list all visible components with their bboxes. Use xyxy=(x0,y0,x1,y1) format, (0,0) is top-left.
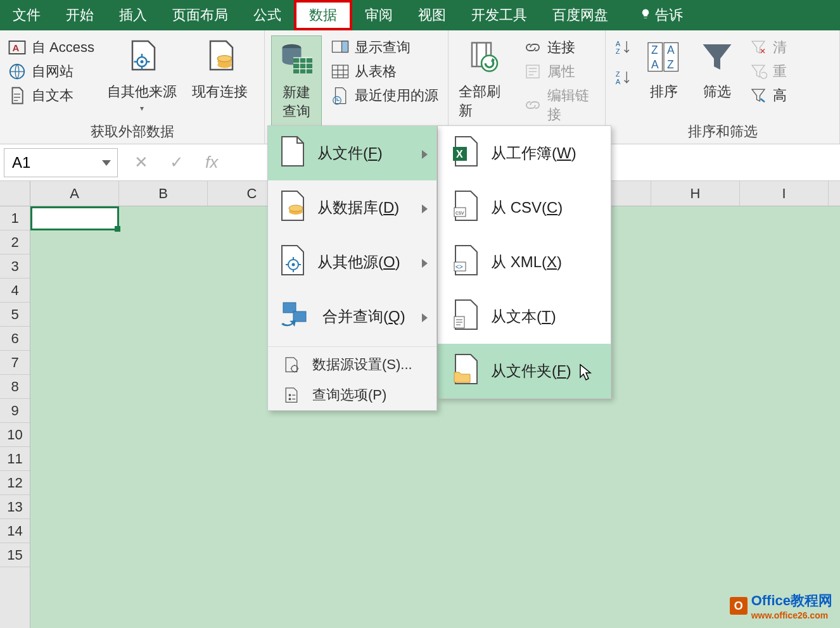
from-file-submenu: X 从工作簿(W) csv 从 CSV(C) <> 从 XML(X) 从文本(T… xyxy=(437,125,611,399)
svg-text:A: A xyxy=(13,42,20,53)
row-header[interactable]: 10 xyxy=(0,423,30,447)
row-header[interactable]: 9 xyxy=(0,399,30,423)
submenu-from-folder-label: 从文件夹(F) xyxy=(491,361,571,381)
tab-baidu[interactable]: 百度网盘 xyxy=(540,0,621,30)
from-text-button[interactable]: 自文本 xyxy=(6,84,96,108)
advanced-filter-button[interactable]: 高 xyxy=(748,84,788,108)
combine-icon xyxy=(279,299,311,334)
refresh-all-label: 全部刷新 xyxy=(459,82,511,120)
from-web-button[interactable]: 自网站 xyxy=(6,60,96,84)
tab-view[interactable]: 视图 xyxy=(405,0,459,30)
row-header[interactable]: 3 xyxy=(0,254,30,279)
tab-developer[interactable]: 开发工具 xyxy=(459,0,540,30)
web-icon xyxy=(8,62,27,81)
col-header[interactable]: B xyxy=(119,181,208,206)
group-external-data-label: 获取外部数据 xyxy=(6,120,258,141)
sort-asc-button[interactable]: AZ xyxy=(612,35,633,60)
row-header[interactable]: 12 xyxy=(0,471,30,495)
row-header[interactable]: 7 xyxy=(0,351,30,375)
other-icon xyxy=(279,244,306,280)
submenu-from-xml[interactable]: <> 从 XML(X) xyxy=(438,235,611,289)
insert-function-button[interactable]: fx xyxy=(205,153,218,172)
tab-home[interactable]: 开始 xyxy=(53,0,106,30)
menu-from-database-label: 从数据库(D) xyxy=(317,198,399,218)
selected-cell-A1[interactable] xyxy=(30,206,119,230)
tab-file[interactable]: 文件 xyxy=(0,0,53,30)
existing-conn-icon xyxy=(201,38,239,80)
menu-from-database[interactable]: 从数据库(D) xyxy=(268,180,436,235)
recent-sources-label: 最近使用的源 xyxy=(355,86,438,105)
connections-label: 连接 xyxy=(547,38,575,57)
menu-query-options[interactable]: 查询选项(P) xyxy=(268,380,436,410)
existing-conn-label: 现有连接 xyxy=(192,82,248,101)
col-header[interactable]: A xyxy=(30,181,119,206)
row-header[interactable]: 8 xyxy=(0,375,30,399)
from-web-label: 自网站 xyxy=(32,62,73,81)
row-header[interactable]: 14 xyxy=(0,519,30,543)
submenu-from-xml-label: 从 XML(X) xyxy=(491,252,562,272)
refresh-icon xyxy=(466,38,504,80)
recent-icon xyxy=(331,86,350,105)
menu-from-other-sources[interactable]: 从其他源(O) xyxy=(268,235,436,289)
from-table-button[interactable]: 从表格 xyxy=(329,60,440,84)
row-header[interactable]: 13 xyxy=(0,495,30,519)
menu-from-file[interactable]: 从文件(F) xyxy=(268,126,436,180)
row-header[interactable]: 5 xyxy=(0,303,30,327)
existing-connections-button[interactable]: 现有连接 xyxy=(188,35,251,120)
dropdown-icon: ▾ xyxy=(140,104,144,113)
database-icon xyxy=(279,190,306,225)
tab-review[interactable]: 审阅 xyxy=(352,0,405,30)
enter-formula-button[interactable]: ✓ xyxy=(170,153,184,172)
sort-label: 排序 xyxy=(650,82,678,101)
sort-desc-button[interactable]: ZA xyxy=(612,66,633,90)
cancel-formula-button[interactable]: ✕ xyxy=(134,153,148,172)
options-icon xyxy=(282,386,301,405)
col-header[interactable]: H xyxy=(651,181,740,206)
tab-insert[interactable]: 插入 xyxy=(106,0,160,30)
row-header[interactable]: 4 xyxy=(0,279,30,303)
show-queries-label: 显示查询 xyxy=(355,38,410,57)
submenu-from-workbook[interactable]: X 从工作簿(W) xyxy=(438,126,611,180)
tab-data[interactable]: 数据 xyxy=(294,0,352,30)
from-access-button[interactable]: A 自 Access xyxy=(6,35,96,60)
new-query-menu: 从文件(F) 从数据库(D) 从其他源(O) 合并查询(Q) 数据源设置(S).… xyxy=(267,125,437,411)
sort-button[interactable]: ZAAZ 排序 xyxy=(641,35,687,120)
row-header[interactable]: 1 xyxy=(0,206,30,230)
new-query-label: 新建 查询 xyxy=(283,83,310,121)
show-queries-button[interactable]: 显示查询 xyxy=(329,35,440,60)
properties-icon xyxy=(523,62,542,81)
filter-button[interactable]: 筛选 xyxy=(694,35,740,120)
submenu-arrow-icon xyxy=(422,313,428,322)
other-sources-label: 自其他来源 xyxy=(107,82,177,101)
ribbon-tabs: 文件 开始 插入 页面布局 公式 数据 审阅 视图 开发工具 百度网盘 告诉 xyxy=(0,0,840,30)
row-header[interactable]: 15 xyxy=(0,543,30,567)
connections-button[interactable]: 连接 xyxy=(522,35,599,60)
tab-pagelayout[interactable]: 页面布局 xyxy=(160,0,241,30)
recent-sources-button[interactable]: 最近使用的源 xyxy=(329,84,440,108)
submenu-from-folder[interactable]: 从文件夹(F) xyxy=(438,344,611,398)
submenu-from-text[interactable]: 从文本(T) xyxy=(438,289,611,344)
row-header[interactable]: 6 xyxy=(0,327,30,351)
name-box[interactable]: A1 xyxy=(4,148,118,177)
from-other-sources-button[interactable]: 自其他来源 ▾ xyxy=(103,35,181,120)
svg-point-29 xyxy=(292,263,295,267)
sort-desc-icon: ZA xyxy=(613,68,632,87)
col-header[interactable]: I xyxy=(740,181,829,206)
tell-me[interactable]: 告诉 xyxy=(627,0,696,30)
filter-label: 筛选 xyxy=(703,82,731,101)
menu-combine-queries[interactable]: 合并查询(Q) xyxy=(268,289,436,344)
watermark-logo-icon: O xyxy=(730,597,748,615)
row-header[interactable]: 11 xyxy=(0,447,30,471)
submenu-from-csv[interactable]: csv 从 CSV(C) xyxy=(438,180,611,235)
csv-icon: csv xyxy=(452,190,480,225)
tab-formulas[interactable]: 公式 xyxy=(241,0,294,30)
select-all-corner[interactable] xyxy=(0,181,30,206)
table-icon xyxy=(331,62,350,81)
menu-data-source-settings[interactable]: 数据源设置(S)... xyxy=(268,349,436,380)
svg-text:A: A xyxy=(651,58,659,71)
advanced-label: 高 xyxy=(773,86,787,105)
row-header[interactable]: 2 xyxy=(0,230,30,254)
fill-handle[interactable] xyxy=(115,226,120,232)
menu-from-file-label: 从文件(F) xyxy=(317,143,383,163)
from-text-label: 自文本 xyxy=(32,86,73,105)
